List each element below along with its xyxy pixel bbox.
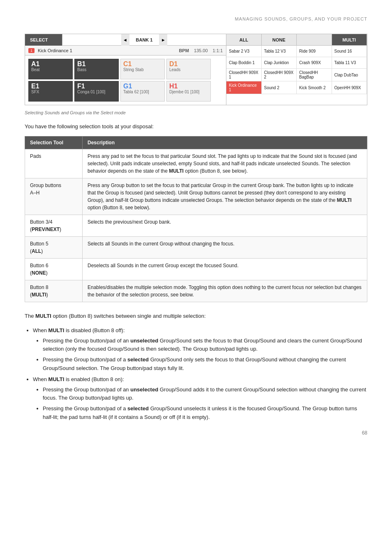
table-cell-desc-5: Enables/disables the multiple selection … — [83, 280, 367, 302]
table-header-tool: Selection Tool — [25, 136, 83, 149]
bpm-label: BPM — [179, 48, 189, 53]
table-row: Button 5 (ALL)Selects all Sounds in the … — [25, 237, 367, 259]
table-cell-tool-1: Group buttonsA–H — [25, 178, 83, 215]
multi-on-item: When MULTI is enabled (Button 8 on): Pre… — [33, 375, 367, 422]
track-name: Kick Ordinance 1 — [38, 48, 179, 53]
top-bullet-list: When MULTI is disabled (Button 8 off): P… — [33, 326, 367, 422]
table-cell-desc-4: Deselects all Sounds in the current Grou… — [83, 259, 367, 280]
table-cell-tool-2: Button 3/4 (PREV/NEXT) — [25, 215, 83, 237]
pad-g1-sub: Tabla 62 [100] — [123, 90, 162, 95]
empty-button — [297, 34, 332, 45]
table-cell-tool-3: Button 5 (ALL) — [25, 237, 83, 259]
pad-f1-sub: Conga 01 [100] — [77, 90, 116, 95]
table-row: Button 8 (MULTI)Enables/disables the mul… — [25, 280, 367, 302]
pads-grid: A1 Beat B1 Bass C1 String Stab D1 Leads — [25, 56, 226, 105]
multi-off-item: When MULTI is disabled (Button 8 off): P… — [33, 326, 367, 373]
panel-left: SELECT ◄ BANK 1 ► 1 Kick Ordinance 1 BPM… — [25, 34, 226, 105]
table-header-desc: Description — [83, 136, 367, 149]
pad-c1-sub: String Stab — [123, 67, 162, 72]
table-cell-tool-4: Button 6 (NONE) — [25, 259, 83, 280]
selection-table: Selection Tool Description PadsPress any… — [25, 136, 367, 302]
pad-g1[interactable]: G1 Tabla 62 [100] — [120, 81, 165, 102]
track-indicator: 1 — [28, 48, 35, 53]
panel-right: ALL NONE MULTI Sabar 2 V3 Tabla 12 V3 Ri… — [226, 34, 367, 105]
pad-h1[interactable]: H1 Djembe 01 [100] — [166, 81, 211, 102]
table-row: PadsPress any pad to set the focus to th… — [25, 149, 367, 178]
table-cell-tool-0: Pads — [25, 149, 83, 178]
pad-h1-sub: Djembe 01 [100] — [169, 90, 208, 95]
sound-item-3[interactable]: Ride 909 — [297, 46, 332, 57]
sound-item-10[interactable]: ClosedHH 909X 2 — [262, 69, 297, 81]
table-row: Group buttonsA–HPress any Group button t… — [25, 178, 367, 215]
pad-f1[interactable]: F1 Conga 01 [100] — [74, 81, 119, 102]
pad-e1-sub: SFX — [31, 90, 70, 95]
sound-item-13[interactable]: Kick Ordinance 1 — [226, 81, 262, 94]
table-row: Button 6 (NONE)Deselects all Sounds in t… — [25, 259, 367, 280]
position-value: 1:1:1 — [213, 48, 223, 53]
select-button[interactable]: SELECT — [25, 34, 62, 46]
bank-nav: ◄ BANK 1 ► — [62, 34, 226, 46]
all-button[interactable]: ALL — [226, 34, 262, 45]
sound-item-6[interactable]: Clap Junktion — [262, 57, 297, 69]
sound-item-16[interactable]: OpenHH 909X — [332, 81, 367, 94]
pad-e1-letter: E1 — [31, 83, 70, 90]
sound-item-5[interactable]: Clap Boddin 1 — [226, 57, 262, 69]
sound-item-14[interactable]: Sound 2 — [262, 81, 297, 94]
table-cell-desc-3: Selects all Sounds in the current Group … — [83, 237, 367, 259]
table-cell-desc-2: Selects the previous/next Group bank. — [83, 215, 367, 237]
pad-d1-letter: D1 — [169, 61, 208, 67]
sound-item-7[interactable]: Crash 909X — [297, 57, 332, 69]
pad-a1[interactable]: A1 Beat — [28, 59, 73, 79]
pad-b1-letter: B1 — [77, 61, 116, 67]
bpm-info: BPM 135.00 1:1:1 — [179, 48, 223, 53]
bank-next-button[interactable]: ► — [159, 34, 167, 46]
pad-g1-letter: G1 — [123, 83, 162, 90]
top-bar: SELECT ◄ BANK 1 ► — [25, 34, 226, 46]
header-title: MANAGING SOUNDS, GROUPS, AND YOUR PROJEC… — [235, 16, 367, 21]
pad-c1-letter: C1 — [123, 61, 162, 67]
pad-row-2: E1 SFX F1 Conga 01 [100] G1 Tabla 62 [10… — [28, 81, 223, 102]
none-button[interactable]: NONE — [262, 34, 297, 45]
sound-item-4[interactable]: Sound 16 — [332, 46, 367, 57]
bpm-bar: 1 Kick Ordinance 1 BPM 135.00 1:1:1 — [25, 46, 226, 56]
multi-off-sub-list: Pressing the Group button/pad of an unse… — [43, 337, 367, 373]
multi-off-sub-1: Pressing the Group button/pad of an unse… — [43, 337, 367, 354]
pad-f1-letter: F1 — [77, 83, 116, 90]
table-cell-desc-1: Press any Group button to set the focus … — [83, 178, 367, 215]
pad-b1-sub: Bass — [77, 67, 116, 72]
table-cell-tool-5: Button 8 (MULTI) — [25, 280, 83, 302]
pad-b1[interactable]: B1 Bass — [74, 59, 119, 79]
right-top-bar: ALL NONE MULTI — [226, 34, 367, 46]
pad-c1[interactable]: C1 String Stab — [120, 59, 165, 79]
sound-item-1[interactable]: Sabar 2 V3 — [226, 46, 262, 57]
pad-a1-letter: A1 — [31, 61, 70, 67]
bpm-value: 135.00 — [194, 48, 208, 53]
pad-d1-sub: Leads — [169, 67, 208, 72]
multi-intro: The MULTI option (Button 8) switches bet… — [25, 312, 367, 321]
pad-a1-sub: Beat — [31, 67, 70, 72]
sound-item-12[interactable]: Clap DubTao — [332, 69, 367, 81]
pad-d1[interactable]: D1 Leads — [166, 59, 211, 79]
caption: Selecting Sounds and Groups via the Sele… — [25, 110, 367, 115]
page-header: MANAGING SOUNDS, GROUPS, AND YOUR PROJEC… — [25, 16, 367, 21]
pad-row-1: A1 Beat B1 Bass C1 String Stab D1 Leads — [28, 59, 223, 79]
table-cell-desc-0: Press any pad to set the focus to that p… — [83, 149, 367, 178]
instrument-panel: SELECT ◄ BANK 1 ► 1 Kick Ordinance 1 BPM… — [25, 34, 367, 105]
pad-h1-letter: H1 — [169, 83, 208, 90]
page-number: 68 — [25, 430, 367, 436]
pad-e1[interactable]: E1 SFX — [28, 81, 73, 102]
multi-button[interactable]: MULTI — [332, 34, 367, 45]
multi-off-sub-2: Pressing the Group button/pad of a selec… — [43, 356, 367, 373]
sound-item-9[interactable]: ClosedHH 909X 1 — [226, 69, 262, 81]
sound-item-8[interactable]: Tabla 11 V3 — [332, 57, 367, 69]
bank-prev-button[interactable]: ◄ — [121, 34, 129, 46]
multi-on-sub-list: Pressing the Group button/pad of an unse… — [43, 386, 367, 422]
multi-on-sub-1: Pressing the Group button/pad of an unse… — [43, 386, 367, 403]
sound-list: Sabar 2 V3 Tabla 12 V3 Ride 909 Sound 16… — [226, 46, 367, 94]
multi-on-sub-2: Pressing the Group button/pad of a selec… — [43, 405, 367, 422]
table-row: Button 3/4 (PREV/NEXT)Selects the previo… — [25, 215, 367, 237]
sound-item-15[interactable]: Kick Smooth 2 — [297, 81, 332, 94]
intro-text: You have the following selection tools a… — [25, 123, 367, 130]
sound-item-11[interactable]: ClosedHH BagBap — [297, 69, 332, 81]
sound-item-2[interactable]: Tabla 12 V3 — [262, 46, 297, 57]
